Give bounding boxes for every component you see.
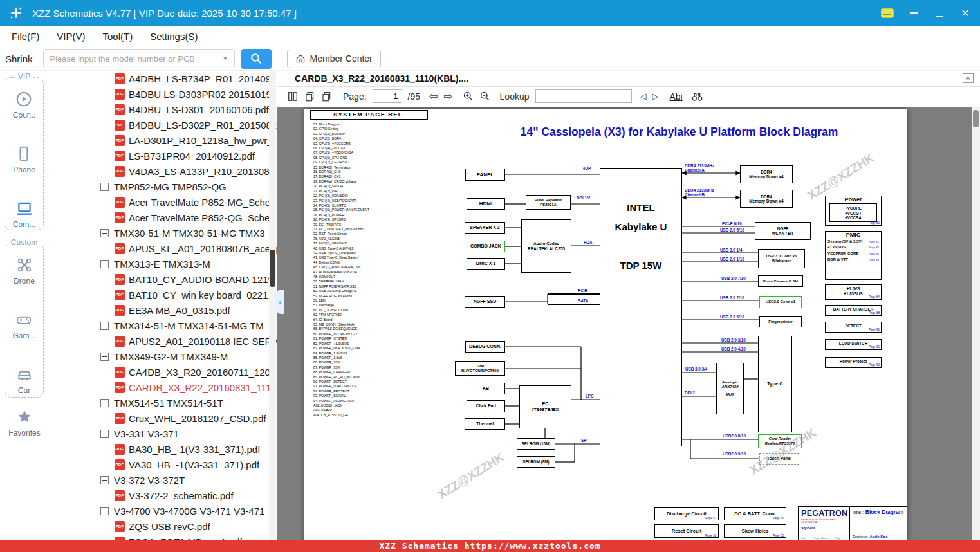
collapse-icon[interactable] [100,322,109,330]
tree-file[interactable]: PDFB4DBU_LS-D302P_R01_2015082 [49,117,277,133]
close-button[interactable]: × [959,7,971,19]
chevron-down-icon[interactable]: ▼ [223,55,228,62]
viewer-scrollbar-thumb[interactable] [973,110,979,127]
tree-folder[interactable]: TMX313-E TMX313-M [49,256,277,271]
collapse-icon[interactable] [100,229,109,237]
net-label: DDR4 2133MHz [685,163,714,168]
tree-file[interactable]: PDFCARDB_X3_R22_20160831_1110 [49,380,277,395]
duplicate-page-icon[interactable] [321,91,332,102]
block-intel: INTELKabylake UTDP 15W [600,168,682,446]
tree-file[interactable]: PDFBAT10_CY_win key board_0221.p [49,287,277,302]
license-icon[interactable] [881,8,894,18]
block-usb3-conn: USB 3.0 Conn x1W/charger [758,249,805,268]
tree-folder[interactable]: TMX514-51 TMX514-51T [49,395,277,410]
tree-folder[interactable]: V3-372 V3-372T [49,472,277,488]
tree-file[interactable]: PDFZQS USB revC.pdf [49,519,277,534]
collapse-icon[interactable] [100,430,109,438]
tree-file[interactable]: PDFAcer TravelMate P852-MG_Sche [49,194,277,210]
sidebar-item-label: Com... [13,220,35,229]
tree-item-label: B4DBU_LS-D301_20160106.pdf [129,104,269,115]
collapse-icon[interactable] [100,353,109,361]
sidebar-item-favorites[interactable]: Favorites [0,409,49,437]
tree-scrollbar-thumb[interactable] [270,250,275,287]
tree-file[interactable]: PDFB4DBU LS-D303PR02 20151019. [49,86,277,102]
menu-file[interactable]: File(F) [12,31,39,42]
sidebar-item-drone[interactable]: Drone [14,257,35,286]
lookup-label: Lookup [500,91,530,102]
menu-tool[interactable]: Tool(T) [103,31,133,42]
binoculars-icon[interactable] [691,91,703,102]
tree-file[interactable]: PDFLS-B731PR04_20140912.pdf [49,148,277,163]
lookup-input[interactable] [535,89,632,103]
net-label: PCI-E 6/10 [722,221,742,226]
pdf-canvas: SYSTEM PAGE REF. 01. Block Diagram02. GP… [277,107,980,540]
pdf-icon: PDF [115,89,125,100]
tree-file[interactable]: PDFLA-D301P_R10_1218a_hw_pwr_. [49,133,277,148]
find-next-icon[interactable]: ▷ [652,91,659,101]
tree-folder[interactable]: TMX30-51-M TMX30-51-MG TMX3 [49,225,277,241]
tree-folder[interactable]: TMX314-51-M TMX314-51-MG TM [49,318,277,333]
collapse-panel-button[interactable]: ‹ [276,290,284,314]
page-layout-icon[interactable] [287,91,299,102]
tree-file[interactable]: PDFAPUS_KL_A01_20180807B_acer.p [49,241,277,256]
tree-file[interactable]: PDFVA30_HB_-1(V3-331_371).pdf [49,457,277,472]
confidential-note: PEGATRON PROPRIETARY AND CONFIDENTIAL [801,519,847,524]
collapse-icon[interactable] [100,507,109,515]
page-number-input[interactable] [373,89,402,103]
block-debug-conn: DEBUG CONN. [465,341,505,353]
sidebar-item-car[interactable]: Car [16,366,33,395]
pdf-icon: PDF [115,367,125,378]
shrink-button[interactable]: Shrink [5,53,33,64]
block-fingerprinter: Fingerprinter [759,316,802,327]
sidebar-item-computer[interactable]: Com... [13,200,35,229]
tree-folder[interactable]: V3-4700 V3-4700G V3-471 V3-471 [49,503,277,519]
model-search-box[interactable]: ▼ [43,49,235,68]
collapse-icon[interactable] [100,183,109,191]
tree-file[interactable]: PDFCA4DB_X3_R20_20160711_1200 [49,364,277,380]
tree-file[interactable]: PDFAcer TravelMate P852-QG_Sche [49,210,277,225]
member-center-label: Member Center [310,53,373,64]
sidebar-item-phone[interactable]: Phone [13,145,35,174]
member-center-button[interactable]: Member Center [287,50,381,68]
minimize-button[interactable] [908,7,920,19]
find-prev-icon[interactable]: ◁ [640,91,647,101]
collapse-icon[interactable] [100,399,109,407]
tree-file[interactable]: PDFCrux_WHL_20181207_CSD.pdf [49,410,277,426]
prev-page-icon[interactable]: ⇦ [429,91,438,102]
document-tab[interactable]: CARDB_X3_R22_20160831_1110(KBL).... [295,73,468,84]
collapse-icon[interactable] [100,260,109,268]
tree-file[interactable]: PDFZQSA_ZQTA MB_rev1.pdf [49,534,277,540]
sidebar-item-course[interactable]: Cour... [13,91,35,120]
zoom-in-icon[interactable] [463,91,474,102]
tree-item-label: B4DBU_LS-D302P_R01_2015082 [129,120,277,131]
tree-folder[interactable]: V3-331 V3-371 [49,426,277,441]
viewer-scrollbar[interactable] [972,107,980,540]
close-document-icon[interactable]: ✕ [963,73,974,83]
tree-folder[interactable]: TMP852-MG TMP852-QG [49,179,277,194]
tree-file[interactable]: PDFV3-372-2_schematic.pdf [49,488,277,503]
custom-group: Custom Drone Gam... Car [5,243,44,398]
tree-file[interactable]: PDFB4DBU_LS-D301_20160106.pdf [49,102,277,117]
vendor-logo: PEGATRON [801,509,847,518]
menu-settings[interactable]: Settings(S) [150,31,198,42]
tree-file[interactable]: PDFV4DA3_LS-A133P_R10_2013080 [49,163,277,179]
model-search-input[interactable] [44,54,223,64]
maximize-button[interactable] [934,7,945,19]
sidebar-item-game[interactable]: Gam... [12,311,35,340]
tree-file[interactable]: PDFAPUS2_A01_20190118 IEC SERV [49,333,277,349]
tree-file[interactable]: PDFEE3A MB_A0_0315.pdf [49,302,277,318]
zoom-out-icon[interactable] [479,91,490,102]
collapse-icon[interactable] [100,476,109,484]
match-case-button[interactable]: Abi [670,91,683,102]
search-button[interactable] [241,49,272,69]
tree-file[interactable]: PDFBAT10_CY_AUDIO BOARD 1219. [49,271,277,287]
tree-scrollbar[interactable] [269,71,276,540]
tree-folder[interactable]: TMX349-G2-M TMX349-M [49,349,277,364]
tree-file[interactable]: PDFBA30_HB_-1(V3-331_371).pdf [49,441,277,457]
block-panel: PANEL [465,169,505,181]
copy-page-icon[interactable] [304,91,315,102]
tree-item-label: V3-331 V3-371 [114,428,179,439]
next-page-icon[interactable]: ⇨ [443,91,452,102]
menu-vip[interactable]: VIP(V) [57,31,85,42]
tree-file[interactable]: PDFA4DBH_LS-B734P_R01_2014091 [49,71,277,86]
